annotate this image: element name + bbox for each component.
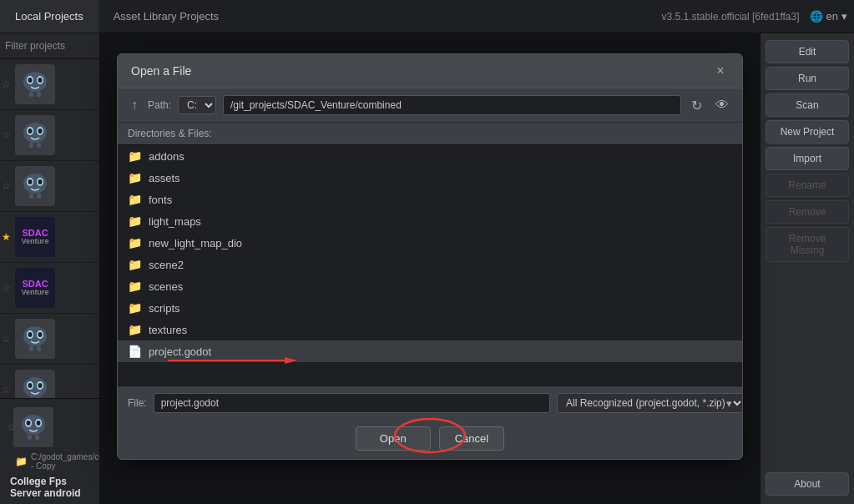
file-icon: 📄 — [128, 345, 142, 358]
svg-point-24 — [28, 332, 33, 337]
list-item[interactable]: 📁 new_light_map_dio — [118, 232, 742, 254]
project-icon — [15, 166, 55, 206]
remove-missing-button[interactable]: Remove Missing — [766, 227, 849, 262]
folder-icon: 📁 — [15, 456, 28, 467]
close-button[interactable]: × — [712, 63, 729, 79]
language-button[interactable]: 🌐 en ▾ — [810, 10, 854, 23]
modal-title: Open a File — [131, 64, 191, 78]
file-name: scripts — [149, 302, 180, 315]
filter-bar: Filter projects — [0, 33, 99, 59]
svg-point-32 — [38, 383, 43, 388]
star-icon: ☆ — [2, 384, 11, 396]
list-item[interactable]: ☆ — [0, 365, 99, 398]
scan-button[interactable]: Scan — [766, 93, 849, 117]
bottom-project-name: College Fps Server android — [5, 474, 94, 504]
svg-rect-13 — [37, 143, 41, 148]
list-item[interactable]: 📁 textures — [118, 319, 742, 340]
globe-icon: 🌐 — [810, 10, 823, 23]
file-name: addons — [149, 150, 184, 163]
list-item[interactable]: 📁 scene2 — [118, 254, 742, 275]
bottom-project-path: 📁 C:/godot_games/college_fps_server - Co… — [5, 451, 94, 474]
svg-point-25 — [38, 332, 43, 337]
up-directory-button[interactable]: ↑ — [128, 96, 141, 114]
list-item[interactable]: 📄 project.godot — [118, 340, 742, 362]
remove-button[interactable]: Remove — [766, 200, 849, 224]
modal-actions: Open Cancel — [118, 420, 742, 459]
folder-icon: 📁 — [128, 258, 142, 271]
svg-rect-41 — [35, 435, 39, 440]
folder-icon: 📁 — [128, 236, 142, 249]
svg-marker-43 — [285, 357, 297, 364]
path-input[interactable] — [223, 95, 681, 115]
open-file-dialog: Open a File × ↑ Path: C: ↻ 👁 Directories… — [117, 53, 743, 460]
rename-button[interactable]: Rename — [766, 174, 849, 197]
project-icon — [15, 115, 55, 155]
filter-select[interactable]: All Recognized (project.godot, *.zip) — [557, 393, 743, 413]
file-name: scenes — [149, 280, 183, 293]
project-icon — [13, 407, 53, 447]
bottom-project-area: ☆ 📁 C:/godot_games/colleg — [0, 398, 99, 504]
center-area: Open a File × ↑ Path: C: ↻ 👁 Directories… — [100, 33, 760, 504]
list-item[interactable]: 📁 addons — [118, 145, 742, 167]
refresh-icon[interactable]: ↻ — [688, 96, 705, 115]
svg-point-18 — [38, 179, 43, 184]
import-button[interactable]: Import — [766, 147, 849, 170]
list-item[interactable]: 📁 assets — [118, 167, 742, 189]
folder-icon: 📁 — [128, 193, 142, 206]
svg-point-38 — [27, 421, 31, 426]
main-layout: Filter projects ☆ — [0, 33, 854, 504]
svg-point-17 — [28, 179, 33, 184]
project-icon — [15, 319, 55, 359]
list-item[interactable]: ★ SDAC Venture — [0, 212, 99, 263]
list-item[interactable]: 📁 scenes — [118, 275, 742, 297]
list-item[interactable]: 📁 fonts — [118, 189, 742, 210]
svg-rect-6 — [37, 92, 41, 97]
svg-rect-19 — [29, 194, 33, 199]
chevron-down-icon: ▾ — [841, 10, 847, 23]
list-item[interactable]: ☆ — [0, 59, 99, 110]
svg-rect-34 — [37, 397, 41, 398]
svg-point-4 — [38, 78, 43, 83]
folder-icon: 📁 — [128, 214, 142, 228]
list-item[interactable]: ☆ — [0, 110, 99, 161]
top-bar: Local Projects Asset Library Projects v3… — [0, 0, 854, 33]
svg-point-31 — [28, 383, 33, 388]
svg-point-11 — [38, 129, 43, 134]
svg-rect-26 — [29, 346, 33, 351]
list-item[interactable]: ☆ — [0, 161, 99, 212]
list-item[interactable]: ☆ — [0, 314, 99, 365]
drive-selector[interactable]: C: — [178, 96, 216, 114]
list-item[interactable]: ☆ — [5, 404, 94, 451]
cancel-button[interactable]: Cancel — [439, 426, 504, 451]
star-icon: ☆ — [2, 129, 11, 141]
svg-rect-12 — [29, 143, 33, 148]
list-item[interactable]: ☆ SDAC Venture — [0, 263, 99, 314]
open-button[interactable]: Open — [356, 426, 431, 451]
edit-button[interactable]: Edit — [766, 40, 849, 63]
star-icon: ☆ — [2, 282, 11, 294]
svg-rect-33 — [29, 397, 33, 398]
new-project-button[interactable]: New Project — [766, 120, 849, 144]
folder-icon: 📁 — [128, 149, 142, 163]
right-panel: Edit Run Scan New Project Import Rename … — [760, 33, 854, 504]
file-name: textures — [149, 324, 187, 336]
project-icon — [15, 370, 55, 398]
file-input[interactable] — [154, 393, 550, 413]
folder-icon: 📁 — [128, 323, 142, 336]
project-icon: SDAC Venture — [15, 217, 55, 257]
toggle-hidden-icon[interactable]: 👁 — [712, 96, 732, 114]
file-name: light_maps — [149, 215, 201, 228]
modal-overlay: Open a File × ↑ Path: C: ↻ 👁 Directories… — [100, 33, 760, 504]
svg-rect-5 — [29, 92, 33, 97]
tab-asset-library[interactable]: Asset Library Projects — [99, 0, 234, 33]
version-info: v3.5.1.stable.official [6fed1ffa3] — [662, 11, 810, 23]
folder-icon: 📁 — [128, 280, 142, 293]
tab-local-projects[interactable]: Local Projects — [0, 0, 99, 33]
list-item[interactable]: 📁 scripts — [118, 297, 742, 319]
modal-file-bar: File: All Recognized (project.godot, *.z… — [118, 386, 742, 420]
about-button[interactable]: About — [766, 472, 849, 496]
list-item[interactable]: 📁 light_maps — [118, 210, 742, 232]
file-name: project.godot — [149, 345, 211, 358]
path-bar: ↑ Path: C: ↻ 👁 — [118, 88, 742, 123]
run-button[interactable]: Run — [766, 67, 849, 90]
